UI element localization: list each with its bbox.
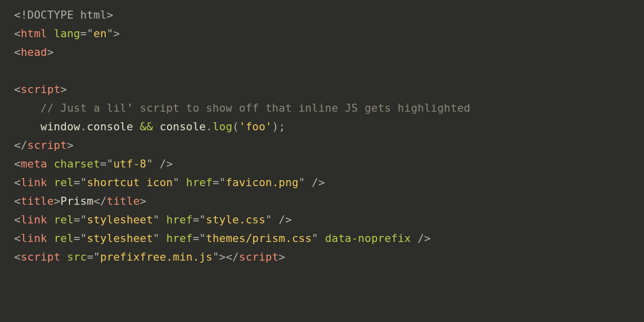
tag-link: link	[21, 232, 47, 245]
tag-title-end: title	[107, 195, 140, 207]
attr-data-noprefix: data-noprefix	[325, 232, 411, 245]
punct: "	[107, 27, 113, 40]
space	[159, 213, 166, 226]
punct: />	[272, 213, 292, 226]
punct: "	[298, 176, 305, 189]
attr-val-stylesheet: stylesheet	[87, 213, 153, 226]
punct: <	[14, 232, 21, 245]
punct: "	[153, 232, 159, 245]
attr-src: src	[67, 251, 87, 263]
punct: (	[232, 120, 239, 133]
title-text: Prism	[60, 195, 94, 207]
punct: />	[411, 232, 431, 245]
punct: ;	[279, 120, 285, 133]
punct: "	[312, 232, 318, 245]
space	[47, 232, 54, 245]
js-window: window	[41, 120, 80, 133]
attr-val-favicon: favicon.png	[226, 176, 299, 189]
attr-val-stylesheet: stylesheet	[87, 232, 153, 245]
punct: </	[14, 139, 27, 151]
punct: >	[140, 195, 146, 207]
attr-val-prefixfree: prefixfree.min.js	[100, 251, 212, 263]
punct: >	[219, 251, 226, 263]
attr-val-utf8: utf-8	[113, 157, 146, 170]
attr-val-stylecss: style.css	[206, 213, 265, 226]
attr-href: href	[166, 213, 193, 226]
punct: ="	[193, 213, 206, 226]
punct: <	[14, 176, 21, 189]
punct: "	[146, 157, 153, 170]
attr-lang: lang	[54, 27, 80, 40]
js-comment: // Just a lil’ script to show off that i…	[14, 102, 470, 114]
punct: "	[212, 251, 219, 263]
js-indent	[14, 120, 41, 133]
space	[133, 120, 140, 133]
punct: <	[14, 83, 21, 96]
attr-charset: charset	[54, 157, 100, 170]
tag-script-end: script	[27, 139, 67, 151]
attr-href: href	[166, 232, 193, 245]
attr-rel: rel	[54, 232, 73, 245]
attr-val-en: en	[94, 27, 107, 40]
doctype: <!DOCTYPE html>	[14, 9, 113, 21]
punct: ="	[87, 251, 100, 263]
punct: ="	[80, 27, 93, 40]
tag-link: link	[21, 176, 47, 189]
tag-title: title	[21, 195, 54, 207]
punct: <	[14, 27, 21, 40]
punct: "	[266, 213, 272, 226]
js-console: console	[87, 120, 133, 133]
attr-val-prismcss: themes/prism.css	[206, 232, 311, 245]
punct: .	[80, 120, 87, 133]
space	[47, 213, 54, 226]
tag-script: script	[21, 251, 60, 263]
js-log: log	[212, 120, 232, 133]
space	[153, 120, 159, 133]
punct: )	[272, 120, 279, 133]
js-console: console	[159, 120, 206, 133]
punct: >	[113, 27, 120, 40]
punct: </	[94, 195, 107, 207]
tag-script-end: script	[239, 251, 279, 263]
punct: ="	[73, 213, 87, 226]
tag-head: head	[21, 46, 47, 58]
punct: <	[14, 195, 21, 207]
space	[159, 232, 166, 245]
js-string-foo: 'foo'	[239, 120, 272, 133]
space	[318, 232, 325, 245]
punct: />	[305, 176, 325, 189]
tag-link: link	[21, 213, 47, 226]
punct: ="	[212, 176, 225, 189]
punct: ="	[73, 232, 87, 245]
attr-val-shortcut-icon: shortcut icon	[87, 176, 173, 189]
js-andand: &&	[140, 120, 153, 133]
space	[60, 251, 67, 263]
tag-meta: meta	[21, 157, 47, 170]
attr-href: href	[186, 176, 213, 189]
punct: ="	[193, 232, 206, 245]
punct: >	[54, 195, 60, 207]
punct: <	[14, 157, 21, 170]
punct: </	[226, 251, 239, 263]
punct: "	[173, 176, 180, 189]
punct: <	[14, 213, 21, 226]
punct: <	[14, 251, 21, 263]
punct: ="	[100, 157, 113, 170]
punct: ="	[73, 176, 87, 189]
space	[47, 157, 54, 170]
punct: >	[279, 251, 285, 263]
punct: .	[206, 120, 212, 133]
punct: >	[60, 83, 67, 96]
punct: >	[47, 46, 54, 58]
attr-rel: rel	[54, 176, 73, 189]
attr-rel: rel	[54, 213, 73, 226]
tag-script: script	[21, 83, 60, 96]
punct: />	[153, 157, 173, 170]
punct: >	[67, 139, 73, 151]
punct: <	[14, 46, 21, 58]
code-block: <!DOCTYPE html> <html lang="en"> <head> …	[0, 0, 644, 267]
punct: "	[153, 213, 159, 226]
space	[180, 176, 186, 189]
tag-html: html	[21, 27, 47, 40]
space	[47, 176, 54, 189]
